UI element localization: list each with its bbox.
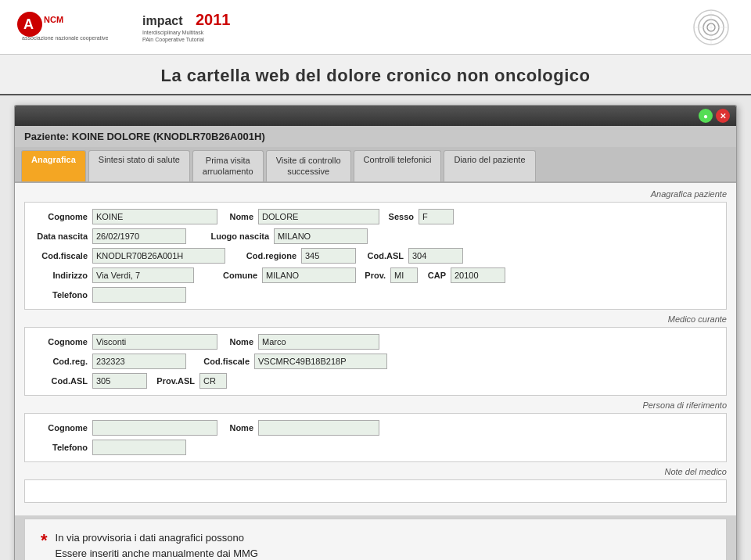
label-persona-nome: Nome [222,423,253,433]
tab-controlli-telefonici[interactable]: Controlli telefonici [354,150,442,181]
note-area: * In via provvisoria i dati anagrafici p… [24,519,727,560]
section-label-note: Note del medico [24,467,727,476]
input-medico-provasl[interactable] [199,373,227,389]
tab-visite-controllo[interactable]: Visite di controllo successive [266,150,351,181]
patient-label: Paziente: [24,131,69,142]
input-medico-nome[interactable] [258,334,379,350]
section-medico: Cognome Nome Cod.reg. Cod.fiscale Cod.AS… [24,327,727,396]
row-telefono-paziente: Telefono [33,287,718,303]
label-prov: Prov. [361,271,386,280]
section-label-anagrafica: Anagrafica paziente [24,189,727,199]
row-medico-cognome-nome: Cognome Nome [33,334,718,350]
label-persona-cognome: Cognome [33,423,88,433]
input-persona-nome[interactable] [258,420,379,436]
input-persona-telefono[interactable] [92,440,186,455]
svg-text:PAin Cooperative Tutorial: PAin Cooperative Tutorial [142,37,204,43]
label-sesso: Sesso [384,212,414,221]
label-medico-cf: Cod.fiscale [199,357,250,366]
patient-header: Paziente: KOINE DOLORE (KNODLR70B26A001H… [15,126,736,147]
input-cognome[interactable] [92,209,217,224]
logo-spiral [688,8,735,47]
label-telefono-paziente: Telefono [33,290,88,300]
label-cap: CAP [422,271,446,280]
row-medico-codasl: Cod.ASL Prov.ASL [33,373,718,389]
label-medico-codreg: Cod.reg. [33,357,88,366]
row-data-nascita: Data nascita Luogo nascita [33,228,718,244]
tab-sintesi[interactable]: Sintesi stato di salute [88,150,190,181]
label-data-nascita: Data nascita [33,232,88,241]
label-cognome: Cognome [33,212,88,221]
label-luogo-nascita: Luogo nascita [207,232,269,241]
form-area: Anagrafica paziente Cognome Nome Sesso D… [15,183,736,515]
label-medico-codasl: Cod.ASL [33,376,88,386]
label-medico-nome: Nome [222,337,253,346]
app-window: ● ✕ Paziente: KOINE DOLORE (KNODLR70B26A… [14,105,737,560]
tab-diario[interactable]: Diario del paziente [444,150,535,181]
label-codasl: Cod.ASL [361,251,404,260]
row-cognome-nome: Cognome Nome Sesso [33,209,718,224]
maximize-button[interactable]: ● [699,109,713,123]
label-indirizzo: Indirizzo [33,271,88,280]
input-medico-cf[interactable] [254,354,387,369]
row-persona-telefono: Telefono [33,440,718,455]
input-medico-cognome[interactable] [92,334,217,350]
page-title-bar: La cartella web del dolore cronico non o… [0,55,751,95]
input-codregione[interactable] [301,248,356,264]
logo-ancom: A NCM associazione nazionale cooperative… [16,8,110,47]
input-telefono-paziente[interactable] [92,287,186,303]
row-codfiscale: Cod.fiscale Cod.regione Cod.ASL [33,248,718,264]
row-medico-codreg: Cod.reg. Cod.fiscale [33,354,718,369]
input-prov[interactable] [390,267,418,283]
label-cf: Cod.fiscale [33,251,88,260]
app-titlebar: ● ✕ [15,106,736,126]
svg-text:Interdisciplinary Multitask: Interdisciplinary Multitask [142,30,204,36]
svg-text:2011: 2011 [196,11,231,28]
section-note [24,479,727,503]
page-title: La cartella web del dolore cronico non o… [0,66,751,86]
input-medico-codasl[interactable] [92,373,147,389]
row-indirizzo: Indirizzo Comune Prov. CAP [33,267,718,283]
input-codasl[interactable] [408,248,463,264]
tab-anagrafica[interactable]: Anagrafica [21,150,86,181]
input-luogo-nascita[interactable] [274,228,368,244]
section-anagrafica: Cognome Nome Sesso Data nascita Luogo na… [24,202,727,310]
svg-text:NCM: NCM [44,15,63,24]
label-nome: Nome [222,212,253,221]
input-data-nascita[interactable] [92,228,186,244]
label-medico-provasl: Prov.ASL [152,376,195,386]
label-persona-telefono: Telefono [33,443,88,452]
close-button[interactable]: ✕ [716,109,730,123]
input-sesso[interactable] [419,209,454,224]
input-medico-codreg[interactable] [92,354,186,369]
logo-impact: impact 2011 Interdisciplinary Multitask … [141,8,243,47]
top-header: A NCM associazione nazionale cooperative… [0,0,751,55]
patient-name: KOINE DOLORE (KNODLR70B26A001H) [72,131,265,142]
input-cf[interactable] [92,248,225,264]
section-persona: Cognome Nome Telefono [24,413,727,462]
svg-text:A: A [23,16,34,32]
note-asterisk: * [41,532,48,549]
label-comune: Comune [214,271,257,280]
label-medico-cognome: Cognome [33,337,88,346]
input-persona-cognome[interactable] [92,420,217,436]
main-content: ● ✕ Paziente: KOINE DOLORE (KNODLR70B26A… [0,95,751,560]
label-codregione: Cod.regione [238,251,296,260]
section-label-medico: Medico curante [24,314,727,324]
input-comune[interactable] [262,267,356,283]
svg-text:associazione nazionale coopera: associazione nazionale cooperative medic… [22,35,110,41]
tab-prima-visita[interactable]: Prima visita arruolamento [192,150,264,181]
input-nome[interactable] [258,209,379,224]
section-label-persona: Persona di riferimento [24,400,727,410]
row-persona-cognome-nome: Cognome Nome [33,420,718,436]
input-cap[interactable] [451,267,505,283]
tabs-row: Anagrafica Sintesi stato di salute Prima… [15,147,736,183]
svg-text:impact: impact [142,14,183,27]
input-indirizzo[interactable] [92,267,194,283]
note-text: In via provvisoria i dati anagrafici pos… [56,530,258,560]
